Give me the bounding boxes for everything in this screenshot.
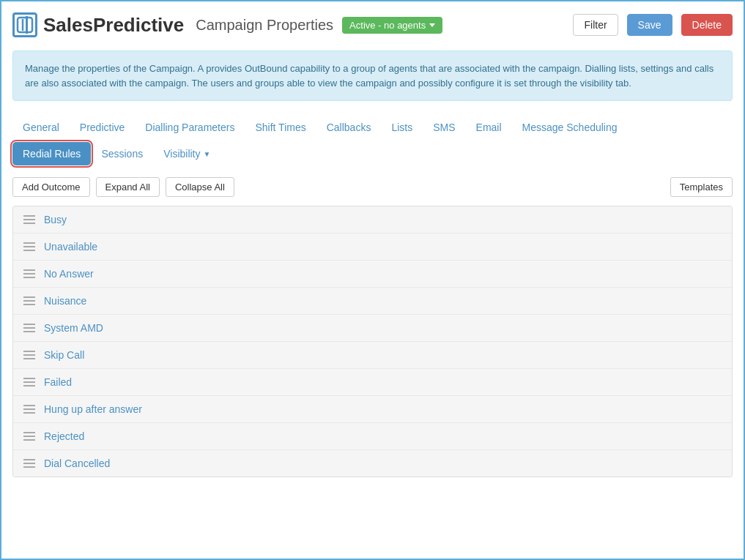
tabs-row-2: Redial Rules Sessions Visibility ▼: [12, 142, 733, 165]
logo-icon: [12, 12, 37, 37]
tab-lists[interactable]: Lists: [381, 116, 423, 139]
expand-all-button[interactable]: Expand All: [96, 177, 160, 197]
svg-rect-0: [18, 18, 32, 32]
campaign-title: Campaign Properties: [196, 17, 333, 34]
tab-predictive[interactable]: Predictive: [70, 116, 135, 139]
outcome-label-nuisance[interactable]: Nuisance: [44, 295, 86, 307]
info-text: Manage the properties of the Campaign. A…: [25, 63, 714, 89]
drag-handle-busy[interactable]: [23, 215, 35, 224]
drag-handle-skip-call[interactable]: [23, 351, 35, 359]
drag-handle-no-answer[interactable]: [23, 269, 35, 278]
info-box: Manage the properties of the Campaign. A…: [12, 51, 733, 101]
outcome-row: System AMD: [13, 315, 732, 342]
drag-handle-rejected[interactable]: [23, 432, 35, 441]
tabs-row-1: General Predictive Dialling Parameters S…: [12, 116, 733, 139]
templates-button[interactable]: Templates: [670, 177, 733, 197]
outcome-row: Dial Cancelled: [13, 450, 732, 477]
tab-visibility[interactable]: Visibility ▼: [153, 142, 220, 165]
add-outcome-button[interactable]: Add Outcome: [12, 177, 90, 197]
tab-sessions[interactable]: Sessions: [91, 142, 153, 165]
tab-email[interactable]: Email: [466, 116, 512, 139]
outcome-row: Nuisance: [13, 288, 732, 315]
outcome-label-dial-cancelled[interactable]: Dial Cancelled: [44, 458, 110, 469]
drag-handle-hung-up[interactable]: [23, 405, 35, 414]
status-caret-icon: [429, 23, 435, 27]
tab-message-scheduling[interactable]: Message Scheduling: [512, 116, 628, 139]
tab-dialling-parameters[interactable]: Dialling Parameters: [135, 116, 245, 139]
header: SalesPredictive Campaign Properties Acti…: [12, 12, 733, 37]
tab-redial-rules[interactable]: Redial Rules: [12, 142, 91, 165]
tab-general[interactable]: General: [12, 116, 70, 139]
outcome-label-skip-call[interactable]: Skip Call: [44, 349, 84, 361]
delete-button[interactable]: Delete: [681, 14, 733, 36]
outcome-label-hung-up[interactable]: Hung up after answer: [44, 403, 142, 415]
outcome-row: Skip Call: [13, 342, 732, 369]
outcome-row: Unavailable: [13, 234, 732, 261]
outcome-label-busy[interactable]: Busy: [44, 214, 67, 225]
outcome-label-failed[interactable]: Failed: [44, 376, 72, 388]
outcome-row: Busy: [13, 206, 732, 234]
logo-area: SalesPredictive: [12, 12, 184, 37]
outcome-label-no-answer[interactable]: No Answer: [44, 268, 94, 280]
outcome-list: Busy Unavailable No Answer Nuisance Syst…: [12, 206, 733, 477]
drag-handle-nuisance[interactable]: [23, 296, 35, 305]
save-button[interactable]: Save: [627, 14, 672, 36]
outcome-row: Failed: [13, 369, 732, 396]
outcome-label-rejected[interactable]: Rejected: [44, 430, 84, 442]
outcome-row: No Answer: [13, 261, 732, 288]
outcome-label-system-amd[interactable]: System AMD: [44, 322, 103, 334]
toolbar: Add Outcome Expand All Collapse All Temp…: [12, 177, 733, 197]
drag-handle-dial-cancelled[interactable]: [23, 459, 35, 468]
tab-shift-times[interactable]: Shift Times: [245, 116, 316, 139]
outcome-row: Rejected: [13, 423, 732, 450]
filter-button[interactable]: Filter: [573, 14, 618, 36]
drag-handle-unavailable[interactable]: [23, 242, 35, 251]
outcome-label-unavailable[interactable]: Unavailable: [44, 241, 97, 253]
status-label: Active - no agents: [349, 20, 426, 31]
app-title: SalesPredictive: [43, 14, 184, 37]
drag-handle-system-amd[interactable]: [23, 324, 35, 332]
status-badge[interactable]: Active - no agents: [342, 17, 442, 34]
collapse-all-button[interactable]: Collapse All: [166, 177, 234, 197]
outcome-row: Hung up after answer: [13, 396, 732, 423]
tab-sms[interactable]: SMS: [423, 116, 465, 139]
tab-callbacks[interactable]: Callbacks: [316, 116, 382, 139]
visibility-caret-icon: ▼: [204, 150, 211, 158]
drag-handle-failed[interactable]: [23, 378, 35, 387]
